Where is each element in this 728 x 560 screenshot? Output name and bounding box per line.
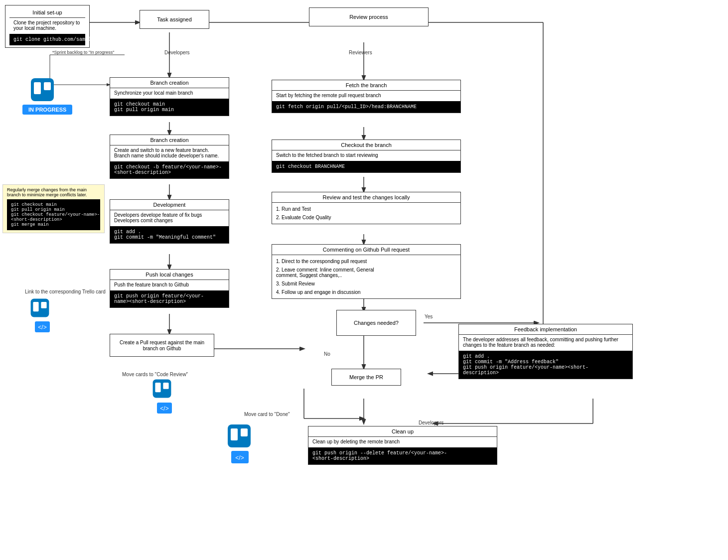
checkout-branch-title: Checkout the branch bbox=[272, 140, 460, 150]
checkout-branch-desc: Switch to the fetched branch to start re… bbox=[272, 150, 460, 160]
review-test-items: 1. Run and Test 2. Evaluate Code Quality bbox=[272, 203, 460, 224]
svg-rect-29 bbox=[44, 82, 51, 90]
initial-setup-code: git clone github.com/sample bbox=[9, 34, 85, 45]
development-title: Development bbox=[110, 200, 229, 210]
fetch-branch-box: Fetch the branch Start by fetching the r… bbox=[272, 80, 461, 113]
cleanup-code: git push origin --delete feature/<your-n… bbox=[308, 447, 497, 464]
branch-creation-1-box: Branch creation Synchronize your local m… bbox=[110, 77, 229, 116]
commenting-item-4: 4. Follow up and engage in discussion bbox=[276, 288, 456, 296]
feedback-desc: The developer addresses all feedback, co… bbox=[459, 335, 632, 350]
branch-creation-1-desc: Synchronize your local main branch bbox=[110, 88, 229, 98]
pull-request-box: Create a Pull request against the main b… bbox=[110, 334, 214, 357]
push-local-title: Push local changes bbox=[110, 270, 229, 280]
svg-rect-37 bbox=[41, 302, 46, 308]
task-assigned-label: Task assigned bbox=[157, 16, 192, 22]
development-code: git add . git commit -m "Meaningful comm… bbox=[110, 226, 229, 243]
commenting-pr-title: Commenting on Github Pull request bbox=[272, 245, 460, 255]
development-box: Development Developers develope feature … bbox=[110, 199, 229, 244]
move-code-review-label: Move cards to "Code Review" bbox=[122, 372, 188, 377]
initial-setup-description: Clone the project repository to your loc… bbox=[9, 18, 85, 33]
changes-needed-diamond: Changes needed? bbox=[336, 310, 416, 336]
development-desc: Developers develope feature of fix bugs … bbox=[110, 210, 229, 225]
initial-setup-box: Initial set-up Clone the project reposit… bbox=[5, 5, 90, 48]
branch-creation-2-title: Branch creation bbox=[110, 135, 229, 145]
branch-creation-2-code: git checkout -b feature/<your-name>- <sh… bbox=[110, 161, 229, 178]
trello-icon-link bbox=[30, 298, 50, 318]
no-label: No bbox=[324, 351, 330, 357]
push-local-changes-box: Push local changes Push the feature bran… bbox=[110, 269, 229, 308]
trello-icon-1 bbox=[30, 77, 55, 102]
svg-rect-36 bbox=[33, 302, 38, 311]
sticky-note-code: git checkout main git pull origin main g… bbox=[7, 199, 100, 230]
review-process-box: Review process bbox=[309, 7, 429, 26]
yes-label: Yes bbox=[425, 314, 433, 319]
svg-rect-32 bbox=[163, 383, 168, 389]
in-progress-badge: IN PROGRESS bbox=[22, 105, 72, 115]
commenting-item-2: 2. Leave comment: Inline comment, Genera… bbox=[276, 266, 456, 280]
review-test-item-1: 1. Run and Test bbox=[276, 205, 456, 213]
svg-text:</>: </> bbox=[38, 324, 46, 331]
github-icon-done: </> bbox=[231, 451, 249, 465]
sticky-note-text: Regularly merge changes from the main br… bbox=[7, 187, 100, 197]
branch-creation-1-title: Branch creation bbox=[110, 78, 229, 88]
sticky-note: Regularly merge changes from the main br… bbox=[2, 184, 105, 233]
fetch-branch-code: git fetch origin pull/<pull_ID>/head:BRA… bbox=[272, 101, 460, 113]
review-test-item-2: 2. Evaluate Code Quality bbox=[276, 213, 456, 222]
github-icon-1: </> bbox=[157, 403, 172, 418]
feedback-box: Feedback implementation The developer ad… bbox=[458, 324, 633, 379]
developers-label: Developers bbox=[164, 50, 190, 55]
cleanup-title: Clean up bbox=[308, 426, 497, 437]
svg-rect-42 bbox=[241, 428, 248, 436]
merge-pr-box: Merge the PR bbox=[331, 369, 401, 386]
commenting-item-3: 3. Submit Review bbox=[276, 280, 456, 288]
link-trello-label: Link to the corresponding Trello card bbox=[25, 289, 106, 294]
trello-icon-2 bbox=[152, 379, 172, 399]
svg-text:</>: </> bbox=[235, 454, 244, 461]
move-done-label: Move card to "Done" bbox=[244, 412, 290, 417]
review-process-label: Review process bbox=[349, 14, 388, 20]
commenting-item-1: 1. Direct to the coresponding pull reque… bbox=[276, 257, 456, 266]
reviewers-label: Reviewers bbox=[349, 50, 372, 55]
task-assigned-box: Task assigned bbox=[140, 10, 209, 29]
svg-text:</>: </> bbox=[160, 405, 168, 412]
branch-creation-1-code: git checkout main git pull origin main bbox=[110, 99, 229, 116]
cleanup-desc: Clean up by deleting the remote branch bbox=[308, 437, 497, 446]
github-icon-link: </> bbox=[35, 321, 50, 336]
commenting-pr-items: 1. Direct to the coresponding pull reque… bbox=[272, 255, 460, 298]
svg-rect-41 bbox=[231, 428, 238, 440]
trello-icon-done bbox=[227, 423, 252, 448]
diagram-container: Initial set-up Clone the project reposit… bbox=[0, 0, 728, 560]
review-test-box: Review and test the changes locally 1. R… bbox=[272, 192, 461, 224]
developers-label-feedback: Developers bbox=[419, 420, 444, 425]
checkout-branch-box: Checkout the branch Switch to the fetche… bbox=[272, 140, 461, 173]
pull-request-desc: Create a Pull request against the main b… bbox=[120, 340, 204, 351]
commenting-pr-box: Commenting on Github Pull request 1. Dir… bbox=[272, 244, 461, 299]
svg-rect-31 bbox=[155, 383, 160, 392]
review-test-title: Review and test the changes locally bbox=[272, 192, 460, 203]
merge-pr-label: Merge the PR bbox=[349, 374, 383, 380]
feedback-code: git add . git commit -m "Address feedbac… bbox=[459, 351, 632, 379]
sprint-label: *Sprint backlog to "In progress" bbox=[52, 50, 114, 55]
cleanup-box: Clean up Clean up by deleting the remote… bbox=[308, 426, 497, 465]
branch-creation-2-desc: Create and switch to a new feature branc… bbox=[110, 145, 229, 160]
svg-rect-28 bbox=[34, 82, 41, 94]
fetch-branch-desc: Start by fetching the remote pull reques… bbox=[272, 91, 460, 100]
initial-setup-title: Initial set-up bbox=[9, 7, 85, 18]
push-local-desc: Push the feature branch to Github bbox=[110, 280, 229, 289]
push-local-code: git push origin feature/<your- name><sho… bbox=[110, 290, 229, 307]
fetch-branch-title: Fetch the branch bbox=[272, 80, 460, 91]
feedback-title: Feedback implementation bbox=[459, 324, 632, 335]
checkout-branch-code: git checkout BRANCHNAME bbox=[272, 161, 460, 172]
branch-creation-2-box: Branch creation Create and switch to a n… bbox=[110, 135, 229, 179]
